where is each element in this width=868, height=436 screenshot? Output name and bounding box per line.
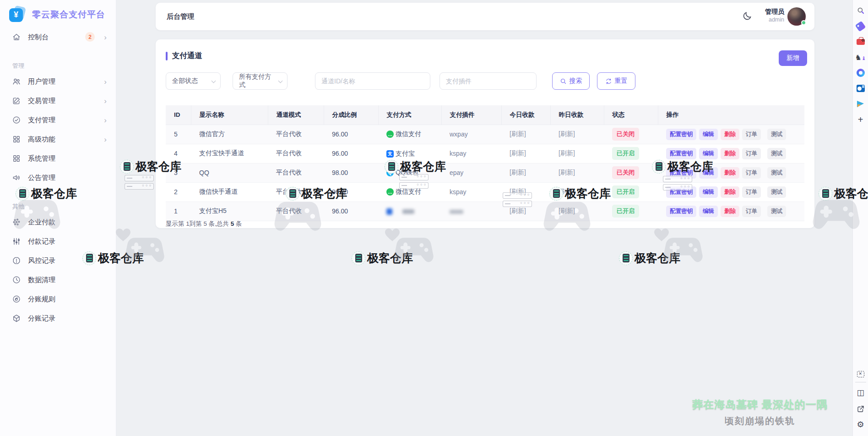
action-primary-button[interactable]: 编辑: [699, 206, 718, 217]
method-select[interactable]: 所有支付方式: [233, 72, 288, 90]
refresh-today-link[interactable]: [刷新]: [510, 130, 526, 137]
split-view-icon[interactable]: ◫: [856, 387, 866, 398]
sidebar-item-label: 支付管理: [28, 116, 55, 125]
refresh-today-link[interactable]: [刷新]: [510, 207, 526, 214]
refresh-yesterday-link[interactable]: [刷新]: [559, 149, 575, 157]
sidebar-item-label: 数据清理: [28, 276, 55, 284]
sidebar-item-enterprise-pay[interactable]: 企业付款: [0, 213, 116, 232]
watermark-gamepad-ghost: [394, 234, 434, 265]
action-danger-button[interactable]: 删除: [721, 148, 739, 159]
pay-method-label: 微信支付: [396, 188, 421, 196]
sidebar-item-trade[interactable]: 交易管理›: [0, 91, 116, 110]
action-muted-button[interactable]: 订单: [742, 186, 761, 198]
action-muted-button[interactable]: 订单: [742, 206, 761, 217]
refresh-today-link[interactable]: [刷新]: [510, 188, 526, 195]
action-primary-button[interactable]: 配置密钥: [666, 206, 696, 217]
tag-icon[interactable]: [856, 21, 866, 31]
toolbox-icon[interactable]: [856, 37, 866, 47]
sidebar-item-risk-records[interactable]: 风控记录: [0, 251, 116, 270]
screenshot-icon[interactable]: [856, 369, 866, 379]
refresh-yesterday-link[interactable]: [刷新]: [559, 207, 575, 214]
cell-plugin: kspay: [441, 182, 501, 202]
action-muted-button[interactable]: 测试: [767, 148, 786, 159]
action-muted-button[interactable]: 订单: [742, 148, 761, 159]
sidebar-item-console[interactable]: 控制台2›: [0, 27, 116, 47]
search-icon[interactable]: [856, 5, 866, 16]
watermark: 极客仓库: [352, 251, 413, 266]
action-danger-button[interactable]: 删除: [721, 129, 739, 140]
refresh-yesterday-link[interactable]: [刷新]: [559, 188, 575, 195]
cell-ratio: 96.00: [324, 144, 378, 163]
refresh-today-link[interactable]: [刷新]: [510, 149, 526, 157]
action-primary-button[interactable]: 编辑: [699, 148, 718, 159]
search-button[interactable]: 搜索: [552, 72, 590, 90]
action-muted-button[interactable]: 测试: [767, 167, 786, 179]
plugin-input[interactable]: [439, 72, 537, 90]
app-logo[interactable]: ¥ 零云聚合支付平台: [0, 0, 116, 27]
cell-status: 已开启: [604, 202, 658, 221]
sidebar-item-data-clean[interactable]: 数据清理: [0, 270, 116, 289]
action-muted-button[interactable]: 测试: [767, 186, 786, 198]
cell-plugin: wxpay: [441, 125, 501, 144]
sidebar-item-label: 控制台: [28, 33, 49, 42]
add-button[interactable]: 新增: [779, 50, 807, 66]
sidebar-item-system[interactable]: 系统管理: [0, 149, 116, 168]
channel-id-input[interactable]: [315, 72, 430, 90]
action-danger-button[interactable]: 删除: [721, 167, 739, 179]
action-muted-button[interactable]: 订单: [742, 129, 761, 140]
sidebar-item-label: 交易管理: [28, 97, 55, 105]
refresh-icon: [605, 78, 612, 85]
sidebar-item-pay-records[interactable]: 付款记录: [0, 232, 116, 251]
column-header: 支付方式: [378, 105, 441, 125]
action-primary-button[interactable]: 编辑: [699, 167, 718, 179]
payment-channel-panel: 支付通道 新增 全部状态 所有支付方式 搜索: [156, 39, 814, 228]
action-primary-button[interactable]: 配置密钥: [666, 148, 696, 159]
watermark-server-icon: [619, 251, 633, 265]
cell-method: …微信支付: [378, 182, 441, 202]
donut-icon[interactable]: [856, 68, 866, 78]
sidebar-item-label: 企业付款: [28, 218, 55, 227]
action-primary-button[interactable]: 编辑: [699, 129, 718, 140]
sidebar-item-payment[interactable]: 支付管理›: [0, 110, 116, 130]
send-icon[interactable]: [856, 99, 866, 109]
sidebar-item-split-rules[interactable]: 分账规则: [0, 289, 116, 309]
refresh-yesterday-link[interactable]: [刷新]: [559, 130, 575, 137]
sidebar-item-users[interactable]: 用户管理›: [0, 72, 116, 91]
cell-status: 已开启: [604, 182, 658, 202]
action-muted-button[interactable]: 订单: [742, 167, 761, 179]
dark-mode-toggle[interactable]: [742, 11, 753, 22]
watermark-heart-ghost: [115, 228, 131, 242]
sidebar-item-advanced[interactable]: 高级功能›: [0, 130, 116, 149]
action-primary-button[interactable]: 配置密钥: [666, 167, 696, 179]
page-title: 后台管理: [167, 12, 194, 21]
sidebar-item-notice[interactable]: 公告管理: [0, 168, 116, 187]
reset-button[interactable]: 重置: [597, 72, 635, 90]
refresh-yesterday-link[interactable]: [刷新]: [559, 169, 575, 176]
strip-divider: [855, 382, 866, 382]
mail-icon[interactable]: [856, 83, 866, 93]
avatar[interactable]: [787, 7, 806, 26]
status-select[interactable]: 全部状态: [166, 72, 221, 90]
cell-name: 支付宝快手通道: [191, 144, 268, 163]
action-muted-button[interactable]: 测试: [767, 129, 786, 140]
sidebar-item-split-records[interactable]: 分账记录: [0, 309, 116, 328]
user-menu[interactable]: 管理员 admin: [765, 8, 784, 23]
action-primary-button[interactable]: 配置密钥: [666, 186, 696, 198]
qq-wallet-icon: Q: [386, 169, 394, 176]
plus-icon[interactable]: +: [856, 114, 866, 125]
sidebar-section-label: 其他: [0, 197, 116, 213]
column-header: 操作: [658, 105, 804, 125]
chevron-down-icon: [212, 79, 216, 83]
action-muted-button[interactable]: 测试: [767, 206, 786, 217]
user-role: admin: [765, 16, 784, 23]
wechat-pay-icon: …: [386, 131, 394, 138]
chess-icon[interactable]: ♞♝: [856, 52, 866, 62]
topbar: 后台管理 管理员 admin: [156, 3, 814, 30]
refresh-today-link[interactable]: [刷新]: [510, 169, 526, 176]
cell-plugin: kspay: [441, 144, 501, 163]
status-badge: 已关闭: [612, 166, 639, 179]
action-danger-button[interactable]: 删除: [721, 206, 739, 217]
action-primary-button[interactable]: 编辑: [699, 186, 718, 198]
action-danger-button[interactable]: 删除: [721, 186, 739, 198]
action-primary-button[interactable]: 配置密钥: [666, 129, 696, 140]
